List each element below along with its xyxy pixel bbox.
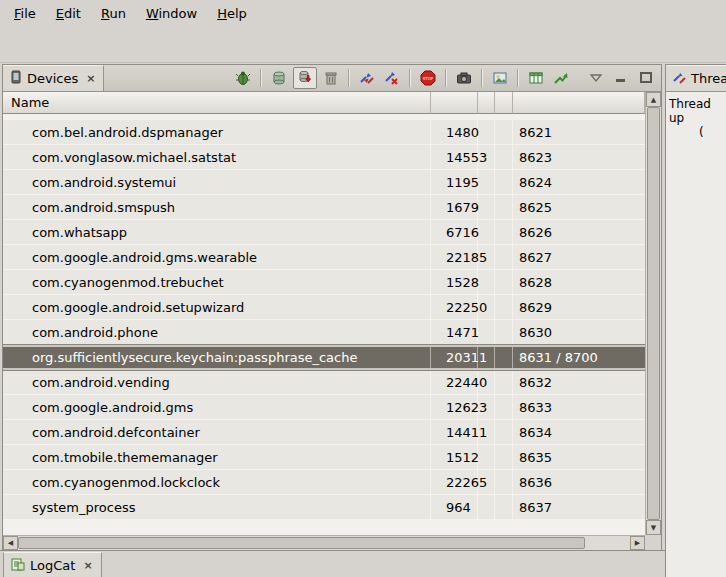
- device-table-header: Name: [3, 92, 645, 114]
- table-row[interactable]: com.google.android.gms126238633: [3, 395, 645, 420]
- blank-cell: [495, 120, 513, 144]
- threads-tabbar: Threads ×: [666, 65, 726, 92]
- blank-cell: [478, 245, 495, 269]
- table-row[interactable]: com.google.android.setupwizard222508629: [3, 295, 645, 320]
- process-port: 8632: [513, 370, 645, 394]
- view-menu-icon[interactable]: [585, 68, 607, 88]
- threads-panel: Threads × Thread up (: [665, 64, 726, 577]
- process-name: com.android.defcontainer: [3, 420, 431, 444]
- column-header-blank1[interactable]: [478, 92, 495, 114]
- toolbar-separator: [409, 69, 411, 87]
- systrace-icon[interactable]: [550, 68, 572, 88]
- close-icon[interactable]: ×: [82, 559, 93, 572]
- process-port: 8628: [513, 270, 645, 294]
- process-port: 8631 / 8700: [513, 347, 645, 368]
- toolbar-separator: [348, 69, 350, 87]
- process-pid: 14553: [431, 145, 478, 169]
- process-port: 8637: [513, 495, 645, 519]
- table-row-selected[interactable]: org.sufficientlysecure.keychain:passphra…: [3, 345, 645, 370]
- blank-cell: [478, 145, 495, 169]
- threads-message-line1: Thread up: [669, 97, 724, 125]
- table-row[interactable]: com.google.android.gms.wearable221858627: [3, 245, 645, 270]
- main-toolbar: [0, 26, 726, 63]
- update-heap-icon[interactable]: [268, 68, 290, 88]
- process-name: com.android.systemui: [3, 170, 431, 194]
- process-pid: 22185: [431, 245, 478, 269]
- maximize-icon[interactable]: [635, 68, 657, 88]
- capture-view-hierarchy-icon[interactable]: [525, 68, 547, 88]
- toolbar-separator: [260, 69, 262, 87]
- threads-message: Thread up (: [666, 92, 726, 577]
- process-pid: 1679: [431, 195, 478, 219]
- blank-cell: [478, 120, 495, 144]
- minimize-icon[interactable]: [610, 68, 632, 88]
- table-row[interactable]: com.android.defcontainer144118634: [3, 420, 645, 445]
- device-tab-icon: [10, 70, 22, 87]
- blank-cell: [478, 195, 495, 219]
- menu-run[interactable]: Run: [91, 3, 136, 24]
- column-header-pid[interactable]: [431, 92, 478, 114]
- horizontal-scroll-thumb[interactable]: [18, 537, 585, 549]
- column-header-name[interactable]: Name: [3, 92, 431, 114]
- table-row[interactable]: com.android.phone14718630: [3, 320, 645, 345]
- process-name: com.cyanogenmod.lockclock: [3, 470, 431, 494]
- screen-capture-icon[interactable]: [453, 68, 475, 88]
- process-name: com.android.vending: [3, 370, 431, 394]
- table-row[interactable]: com.bel.android.dspmanager14808621: [3, 120, 645, 145]
- vertical-scroll-thumb[interactable]: [647, 107, 660, 520]
- process-port: 8623: [513, 145, 645, 169]
- menu-help[interactable]: Help: [207, 3, 257, 24]
- vertical-scrollbar[interactable]: ▲ ▼: [645, 92, 661, 535]
- table-row[interactable]: com.whatsapp67168626: [3, 220, 645, 245]
- stop-process-icon[interactable]: STOP: [417, 68, 439, 88]
- devices-toolbar: STOP: [232, 65, 661, 91]
- column-header-port[interactable]: [513, 92, 645, 114]
- cause-gc-icon[interactable]: [320, 68, 342, 88]
- toolbar-separator: [517, 69, 519, 87]
- process-pid: 1528: [431, 270, 478, 294]
- process-port: 8630: [513, 320, 645, 344]
- blank-cell: [478, 347, 495, 368]
- toolbar-separator: [481, 69, 483, 87]
- horizontal-scrollbar[interactable]: ◀ ▶: [3, 535, 645, 550]
- column-header-blank2[interactable]: [495, 92, 513, 114]
- process-name: com.google.android.setupwizard: [3, 295, 431, 319]
- scroll-left-button[interactable]: ◀: [3, 536, 18, 550]
- update-threads-icon[interactable]: [356, 68, 378, 88]
- process-name: com.whatsapp: [3, 220, 431, 244]
- menu-window[interactable]: Window: [136, 3, 207, 24]
- blank-cell: [495, 220, 513, 244]
- process-name: system_process: [3, 495, 431, 519]
- blank-cell: [495, 320, 513, 344]
- device-table: Name com.bel.android.dspmanager14808621c…: [3, 92, 661, 550]
- scroll-up-button[interactable]: ▲: [646, 92, 661, 107]
- table-row[interactable]: com.android.systemui11958624: [3, 170, 645, 195]
- process-pid: 20311: [431, 347, 478, 368]
- table-row[interactable]: com.android.smspush16798625: [3, 195, 645, 220]
- logcat-tab-icon: [11, 557, 25, 574]
- stop-method-profiling-icon[interactable]: [381, 68, 403, 88]
- tab-threads[interactable]: Threads ×: [666, 65, 726, 91]
- table-row[interactable]: com.cyanogenmod.lockclock222658636: [3, 470, 645, 495]
- close-icon[interactable]: ×: [85, 72, 96, 85]
- scroll-right-button[interactable]: ▶: [630, 536, 645, 550]
- blank-cell: [478, 445, 495, 469]
- dump-hprof-icon[interactable]: [293, 67, 317, 89]
- blank-cell: [478, 495, 495, 519]
- table-row[interactable]: com.vonglasow.michael.satstat145538623: [3, 145, 645, 170]
- table-row[interactable]: com.android.vending224408632: [3, 370, 645, 395]
- menu-edit[interactable]: Edit: [46, 3, 91, 24]
- table-row[interactable]: com.cyanogenmod.trebuchet15288628: [3, 270, 645, 295]
- menu-file[interactable]: File: [4, 3, 46, 24]
- process-name: com.android.smspush: [3, 195, 431, 219]
- process-pid: 1512: [431, 445, 478, 469]
- tab-devices[interactable]: Devices ×: [3, 65, 104, 91]
- process-pid: 964: [431, 495, 478, 519]
- table-row[interactable]: com.tmobile.thememanager15128635: [3, 445, 645, 470]
- tab-logcat[interactable]: LogCat ×: [3, 552, 102, 577]
- toolbar-separator: [445, 69, 447, 87]
- device-image-icon[interactable]: [489, 68, 511, 88]
- debug-icon[interactable]: [232, 68, 254, 88]
- table-row[interactable]: system_process9648637: [3, 495, 645, 520]
- scroll-down-button[interactable]: ▼: [646, 520, 661, 535]
